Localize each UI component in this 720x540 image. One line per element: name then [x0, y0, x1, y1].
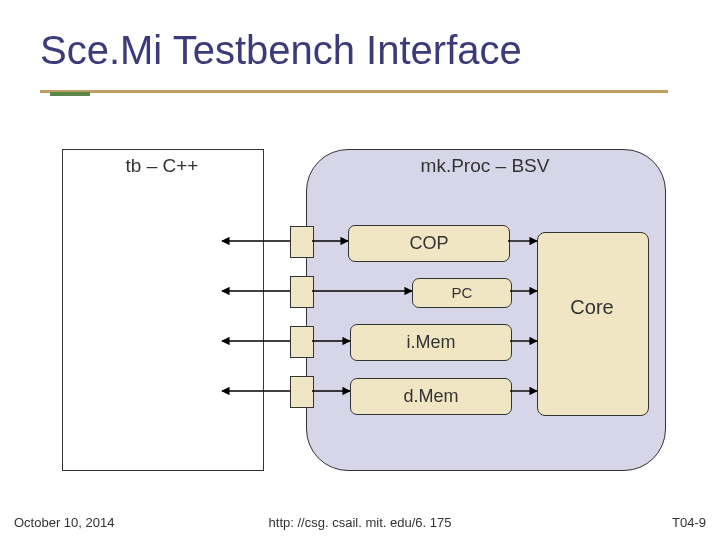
title-underline	[40, 90, 668, 93]
title-accent	[50, 92, 90, 96]
footer-url: http: //csg. csail. mit. edu/6. 175	[0, 515, 720, 530]
slide: Sce.Mi Testbench Interface tb – C++ mk.P…	[0, 0, 720, 540]
tb-box	[62, 149, 264, 471]
tb-label: tb – C++	[62, 155, 262, 177]
port-imem	[290, 326, 314, 358]
slide-title: Sce.Mi Testbench Interface	[40, 28, 680, 73]
port-cop	[290, 226, 314, 258]
proc-label: mk.Proc – BSV	[306, 155, 664, 177]
port-pc	[290, 276, 314, 308]
module-pc: PC	[412, 278, 512, 308]
footer-slide: T04-9	[672, 515, 706, 530]
core-label: Core	[537, 296, 647, 319]
module-cop: COP	[348, 225, 510, 262]
module-dmem: d.Mem	[350, 378, 512, 415]
port-dmem	[290, 376, 314, 408]
module-imem: i.Mem	[350, 324, 512, 361]
core-box	[537, 232, 649, 416]
